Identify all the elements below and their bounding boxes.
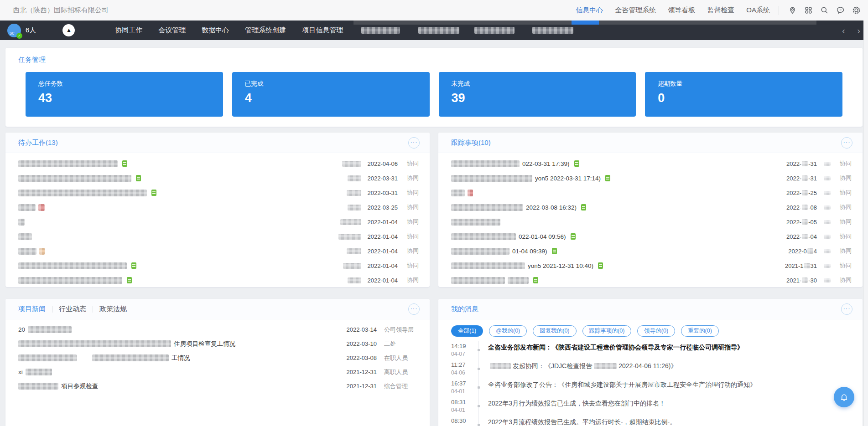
redacted-date-block bbox=[807, 248, 813, 254]
more-icon[interactable]: ··· bbox=[408, 137, 420, 149]
document-icon bbox=[598, 262, 603, 269]
top-bar: 西北（陕西）国际招标有限公司 信息中心全咨管理系统领导看板监督检查OA系统 bbox=[0, 0, 868, 21]
scrollbar[interactable] bbox=[863, 21, 868, 426]
tracking-row[interactable]: yon5 2021-12-31 10:40)2021-131协同 bbox=[451, 258, 852, 273]
top-menu-item[interactable]: 领导看板 bbox=[668, 6, 695, 15]
todo-row[interactable]: 2022-01-04协同 bbox=[18, 229, 419, 244]
news-tab[interactable]: 项目新闻 bbox=[18, 305, 52, 313]
message-item[interactable]: 16:3704-01全咨业务部修改了公告：《住房和城乡建设部关于开展房屋市政工程… bbox=[451, 379, 863, 397]
news-row[interactable]: 202022-03-14公司领导层 bbox=[18, 323, 419, 337]
message-filter-pill[interactable]: 全部(1) bbox=[451, 325, 483, 337]
nav-menu-item[interactable]: 会议管理 bbox=[158, 26, 186, 35]
redacted-text-block bbox=[451, 190, 465, 196]
task-stat-value: 0 bbox=[658, 91, 842, 105]
tracking-row[interactable]: 2022-03-08 16:32)2022--08协同 bbox=[451, 200, 852, 215]
redacted-name-block bbox=[348, 277, 361, 283]
task-cards: 总任务数43已完成4未完成39超期数量0 bbox=[26, 72, 842, 117]
todo-row-meta: 2022-01-04协同 bbox=[343, 262, 419, 270]
top-menu-item[interactable]: 信息中心 bbox=[576, 6, 603, 15]
tracking-row-content bbox=[451, 219, 500, 226]
message-item[interactable]: 08:3004-012022年3月流程绩效报告已生成。平均运行时长-，超期结束比… bbox=[451, 416, 863, 426]
message-filter-pill[interactable]: 跟踪事项的(0) bbox=[582, 325, 632, 337]
main-content: 任务管理 总任务数43已完成4未完成39超期数量0 待办工作(13) ··· 2… bbox=[0, 48, 868, 426]
news-tab[interactable]: 政策法规 bbox=[93, 305, 133, 313]
document-icon bbox=[136, 175, 141, 181]
news-date: 2021-12-31 bbox=[347, 369, 377, 375]
nav-menu-item[interactable]: 协同工作 bbox=[115, 26, 142, 35]
redacted-inline-block bbox=[490, 363, 511, 369]
todo-row[interactable]: 2022-03-25协同 bbox=[18, 200, 419, 215]
message-filter-pill[interactable]: 重要的(0) bbox=[681, 325, 719, 337]
news-row-meta: 2021-12-31综合管理 bbox=[340, 382, 419, 390]
tracking-tag: 协同 bbox=[838, 276, 852, 284]
todo-row[interactable]: 2022-03-31协同 bbox=[18, 185, 419, 200]
nav-menu-item[interactable]: 项目信息管理 bbox=[302, 26, 343, 35]
todo-tag: 协同 bbox=[405, 247, 419, 255]
todo-row[interactable]: 2022-01-04协同 bbox=[18, 273, 419, 287]
notifications-fab[interactable] bbox=[834, 387, 854, 407]
top-menu-item[interactable]: 全咨管理系统 bbox=[615, 6, 656, 15]
apps-icon[interactable] bbox=[804, 6, 813, 15]
redacted-text-block bbox=[18, 248, 36, 255]
news-row-content: 住房项目检查复工情况 bbox=[18, 340, 235, 348]
redacted-date-block bbox=[802, 277, 808, 283]
news-row[interactable]: 项目参观检查2021-12-31综合管理 bbox=[18, 379, 419, 393]
tracking-row[interactable]: 2022--05协同 bbox=[451, 215, 852, 229]
tracking-row[interactable]: 2022--25协同 bbox=[451, 185, 852, 200]
news-tab[interactable]: 行业动态 bbox=[52, 305, 93, 313]
nav-menu-item[interactable]: 数据中心 bbox=[202, 26, 229, 35]
tracking-row[interactable]: 01-04 09:39)2022-04协同 bbox=[451, 244, 852, 258]
message-item[interactable]: 08:3104-012022年3月行为绩效报告已生成，快去查看您在部门中的排名！ bbox=[451, 397, 863, 416]
task-stat-label: 已完成 bbox=[245, 80, 430, 88]
tracking-date-suffix: 4 bbox=[814, 248, 817, 255]
tracking-tag: 协同 bbox=[838, 203, 852, 211]
tracking-date-prefix: 2022- bbox=[786, 233, 801, 240]
settings-icon[interactable] bbox=[852, 6, 861, 15]
location-icon[interactable] bbox=[788, 6, 797, 15]
tracking-row[interactable]: 2021--30协同 bbox=[451, 273, 852, 287]
todo-row[interactable]: 2022-01-04协同 bbox=[18, 244, 419, 258]
todo-row[interactable]: 2022-01-04协同 bbox=[18, 215, 419, 229]
news-row[interactable]: 工情况2022-03-08在职人员 bbox=[18, 351, 419, 365]
redacted-name-block bbox=[824, 220, 831, 224]
top-menu: 信息中心全咨管理系统领导看板监督检查OA系统 bbox=[576, 6, 770, 15]
chat-icon[interactable] bbox=[836, 6, 845, 15]
redacted-text-block bbox=[451, 175, 532, 182]
top-menu-item[interactable]: 监督检查 bbox=[707, 6, 734, 15]
message-item[interactable]: 11:2704-06发起协同：《JDJC检查报告2022-04-06 11:26… bbox=[451, 360, 863, 379]
message-filter-pill[interactable]: 领导的(0) bbox=[637, 325, 675, 337]
news-row[interactable]: xi2021-12-31离职人员 bbox=[18, 365, 419, 379]
nav-next-icon[interactable]: › bbox=[857, 21, 860, 40]
tracking-date-prefix: 2022- bbox=[786, 160, 801, 167]
news-row[interactable]: 住房项目检查复工情况2022-03-10二处 bbox=[18, 337, 419, 351]
nav-menu-item[interactable]: 管理系统创建 bbox=[245, 26, 286, 35]
todo-row[interactable]: 2022-01-04协同 bbox=[18, 258, 419, 273]
tracking-row[interactable]: yon5 2022-03-31 17:14)2022--31协同 bbox=[451, 171, 852, 185]
task-stat-value: 4 bbox=[245, 91, 430, 105]
todo-date: 2022-03-31 bbox=[368, 190, 398, 196]
top-menu-item[interactable]: OA系统 bbox=[746, 6, 770, 15]
message-filter-pill[interactable]: 回复我的(0) bbox=[533, 325, 576, 337]
todo-row-content bbox=[18, 160, 127, 167]
document-icon bbox=[127, 277, 132, 283]
more-icon[interactable]: ··· bbox=[841, 303, 852, 315]
document-icon bbox=[122, 160, 127, 167]
search-icon[interactable] bbox=[820, 6, 829, 15]
message-filter-pill[interactable]: @我的(0) bbox=[489, 325, 527, 337]
nav-prev-icon[interactable]: ‹ bbox=[842, 21, 845, 40]
message-timestamp: 08:3004-01 bbox=[451, 416, 472, 426]
more-icon[interactable]: ··· bbox=[408, 303, 420, 315]
todo-tag: 协同 bbox=[405, 232, 419, 241]
tracking-row-content bbox=[451, 277, 538, 284]
tracking-row[interactable]: 022-03-31 17:39)2022--31协同 bbox=[451, 156, 852, 171]
message-list: 14:1904-07全咨业务部发布新闻：《陕西省建设工程造价管理协会领导及专家一… bbox=[451, 341, 863, 426]
todo-row[interactable]: 2022-04-06协同 bbox=[18, 156, 419, 171]
avatar[interactable]: se ✓ bbox=[7, 24, 21, 37]
message-item[interactable]: 14:1904-07全咨业务部发布新闻：《陕西省建设工程造价管理协会领导及专家一… bbox=[451, 341, 863, 360]
redacted-name-block bbox=[342, 161, 361, 167]
app-logo-icon[interactable]: ▲ bbox=[62, 24, 75, 36]
tracking-row[interactable]: 022-01-04 09:56)2022--04协同 bbox=[451, 229, 852, 244]
todo-row[interactable]: 2022-03-31协同 bbox=[18, 171, 419, 185]
tracking-row-meta: 2022-04协同 bbox=[782, 247, 852, 255]
more-icon[interactable]: ··· bbox=[841, 137, 852, 149]
